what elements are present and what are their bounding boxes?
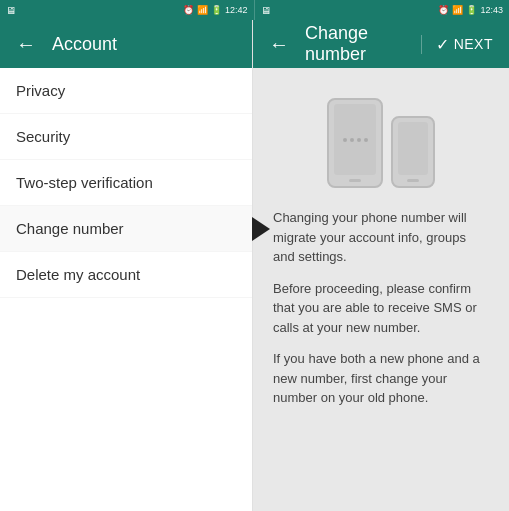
right-header-left: ← Change number [269,23,421,65]
menu-item-two-step[interactable]: Two-step verification [0,160,252,206]
right-text-content: Changing your phone number will migrate … [273,208,489,420]
dot-1 [343,138,347,142]
phone-new [391,116,435,188]
menu-items: Privacy Security Two-step verification C… [0,68,252,511]
left-wifi-icon: 📶 [197,5,208,15]
two-step-label: Two-step verification [16,174,153,191]
right-content: Changing your phone number will migrate … [253,68,509,511]
menu-item-privacy[interactable]: Privacy [0,68,252,114]
menu-item-delete-account[interactable]: Delete my account [0,252,252,298]
left-battery-icon: 🔋 [211,5,222,15]
left-status-icon: 🖥 [6,5,16,16]
left-alarm-icon: ⏰ [183,5,194,15]
status-bar-right: 🖥 ⏰ 📶 🔋 12:43 [255,0,510,20]
security-label: Security [16,128,70,145]
right-wifi-icon: 📶 [452,5,463,15]
delete-account-label: Delete my account [16,266,140,283]
dot-3 [357,138,361,142]
dot-4 [364,138,368,142]
status-bars: 🖥 ⏰ 📶 🔋 12:42 🖥 ⏰ 📶 🔋 12:43 [0,0,509,20]
right-battery-icon: 🔋 [466,5,477,15]
left-time: 12:42 [225,5,248,15]
phone-screen-old [334,104,376,175]
left-panel-title: Account [52,34,117,55]
left-panel: ← Account Privacy Security Two-step veri… [0,20,253,511]
right-status-icon: 🖥 [261,5,271,16]
right-header: ← Change number ✓ NEXT [253,20,509,68]
dot-2 [350,138,354,142]
paragraph-2: Before proceeding, please confirm that y… [273,279,489,338]
phone-screen-new [398,122,428,175]
left-back-button[interactable]: ← [16,33,36,56]
change-number-label: Change number [16,220,124,237]
menu-item-change-number[interactable]: Change number [0,206,252,252]
phone-illustration [327,98,435,188]
paragraph-3: If you have both a new phone and a new n… [273,349,489,408]
menu-item-security[interactable]: Security [0,114,252,160]
right-panel-title: Change number [305,23,421,65]
right-back-button[interactable]: ← [269,33,289,56]
phone-home-button [349,179,361,182]
phone-dots [343,138,368,142]
check-icon: ✓ [436,35,450,54]
right-time: 12:43 [480,5,503,15]
next-button[interactable]: ✓ NEXT [421,35,493,54]
phone-home-button-2 [407,179,419,182]
next-label: NEXT [454,36,493,52]
right-alarm-icon: ⏰ [438,5,449,15]
arrow-indicator [252,217,270,241]
right-panel: ← Change number ✓ NEXT [253,20,509,511]
main-content: ← Account Privacy Security Two-step veri… [0,20,509,511]
privacy-label: Privacy [16,82,65,99]
right-status-icons: ⏰ 📶 🔋 12:43 [438,5,503,15]
left-status-icons: ⏰ 📶 🔋 12:42 [183,5,248,15]
left-header: ← Account [0,20,252,68]
status-bar-left: 🖥 ⏰ 📶 🔋 12:42 [0,0,255,20]
paragraph-1: Changing your phone number will migrate … [273,208,489,267]
phone-old [327,98,383,188]
